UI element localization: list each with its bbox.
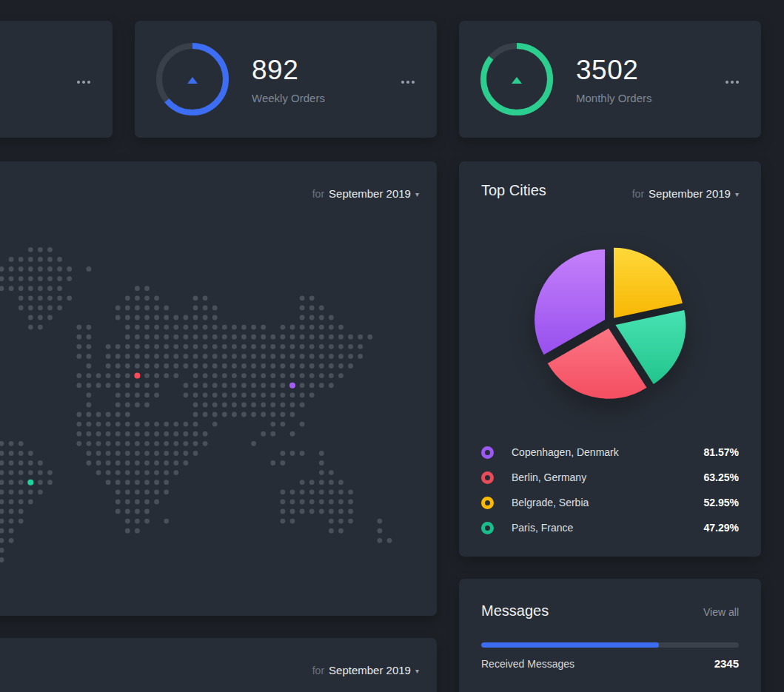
map-dot [300,335,305,340]
map-dot [28,325,33,330]
map-period-dropdown[interactable]: for September 2019 ▾ [312,187,419,200]
map-dot [96,470,101,475]
map-dot [135,528,140,534]
map-dot [300,451,305,456]
map-dot [19,470,24,475]
legend-row-paris[interactable]: Paris, France 47.29% [481,515,739,540]
map-dot [135,286,140,291]
legend-row-copenhagen[interactable]: Copenhagen, Denmark 81.57% [481,440,739,465]
map-dot [184,363,189,369]
map-dot [9,257,14,262]
map-dot [222,373,227,378]
map-dot [232,354,237,359]
map-dot [173,431,178,437]
map-dot [261,383,266,388]
map-dot [135,500,140,505]
map-dot [203,441,208,446]
map-dot [47,266,53,272]
map-dot [135,392,140,397]
map-dot [193,403,198,408]
map-dot [106,431,111,437]
more-menu-icon[interactable] [398,78,418,87]
map-dot [144,500,150,505]
map-dot [193,373,198,378]
map-dot [144,431,150,437]
map-dot [106,451,111,456]
map-dot [106,422,111,427]
map-dot [290,392,295,397]
map-dot [338,344,344,349]
stat-card-partial [0,21,113,138]
view-all-link[interactable]: View all [703,606,739,618]
map-marker[interactable] [134,373,140,379]
legend-row-belgrade[interactable]: Belgrade, Serbia 52.95% [481,490,739,515]
map-dot [232,392,237,397]
map-dot [19,509,24,514]
map-dot [0,557,4,562]
map-dot [300,295,305,300]
map-dot [367,335,372,340]
map-dot [19,306,24,311]
map-dot [125,460,130,466]
cities-period-dropdown[interactable]: for September 2019 ▾ [632,187,739,200]
map-dot [9,538,14,543]
legend-label: Copenhagen, Denmark [512,446,704,458]
map-dot [329,519,334,524]
map-dot [164,431,169,437]
map-dot [76,344,81,349]
map-dot [281,363,286,369]
map-dot [300,422,305,427]
map-marker[interactable] [289,383,295,389]
pie-legend: Copenhagen, Denmark 81.57% Berlin, Germa… [481,440,739,540]
map-dot [57,295,62,300]
map-dot [0,286,4,291]
map-dot [57,286,62,291]
map-dot [0,528,4,534]
map-dot [329,344,334,349]
map-dot [261,373,266,378]
map-dot [184,441,189,446]
map-dot [87,403,92,408]
map-dot [87,431,92,437]
map-dot [38,460,43,466]
map-dot [38,276,43,281]
map-dot [154,480,159,485]
map-dot [270,460,275,466]
map-dot [300,344,305,349]
map-dot [378,519,383,524]
map-dot [115,500,121,505]
map-dot [87,460,92,466]
map-dot [115,431,121,437]
pie-slice-belgrade[interactable] [614,248,683,318]
bottom-period-dropdown[interactable]: for September 2019 ▾ [312,664,419,676]
more-menu-icon[interactable] [74,78,93,87]
map-dot [28,257,33,262]
map-dot [222,392,227,397]
map-dot [87,392,92,397]
map-dot [241,344,247,349]
map-dot [135,509,140,514]
map-dot [232,403,237,408]
map-dot [222,383,227,388]
map-dot [76,412,81,417]
received-messages-value: 2345 [714,657,739,670]
more-menu-icon[interactable] [723,78,742,87]
map-dot [241,373,247,378]
map-dot [57,276,62,281]
dashboard-page: { "theme": { "page_bg": "#1d2127", "card… [0,0,784,692]
map-dot [329,335,334,340]
legend-row-berlin[interactable]: Berlin, Germany 63.25% [481,465,739,490]
map-dot [193,412,198,417]
map-dot [144,286,150,291]
map-dot [96,373,101,378]
map-dot [348,354,353,359]
map-dot [203,295,208,300]
filter-prefix: for [632,188,644,200]
map-dot [19,480,24,485]
map-dot [281,325,286,330]
map-dot [154,354,159,359]
map-dot [28,295,33,300]
map-dot [281,451,286,456]
map-dot [281,489,286,494]
map-marker[interactable] [27,480,33,486]
